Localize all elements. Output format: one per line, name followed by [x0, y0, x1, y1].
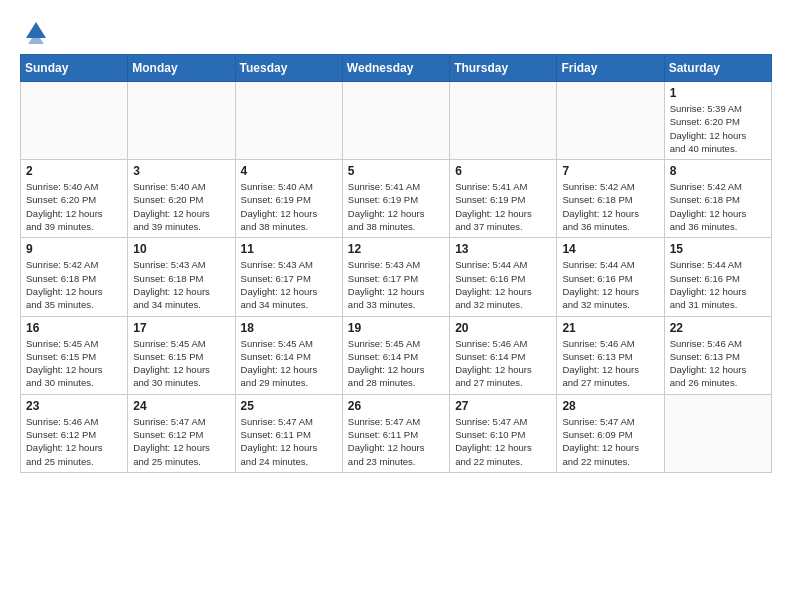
day-number: 27 [455, 399, 551, 413]
day-number: 17 [133, 321, 229, 335]
calendar-cell: 20Sunrise: 5:46 AM Sunset: 6:14 PM Dayli… [450, 316, 557, 394]
weekday-saturday: Saturday [664, 55, 771, 82]
day-number: 16 [26, 321, 122, 335]
calendar-cell: 18Sunrise: 5:45 AM Sunset: 6:14 PM Dayli… [235, 316, 342, 394]
day-number: 13 [455, 242, 551, 256]
header [20, 16, 772, 44]
weekday-wednesday: Wednesday [342, 55, 449, 82]
calendar-cell: 27Sunrise: 5:47 AM Sunset: 6:10 PM Dayli… [450, 394, 557, 472]
week-row-5: 23Sunrise: 5:46 AM Sunset: 6:12 PM Dayli… [21, 394, 772, 472]
svg-marker-1 [28, 38, 44, 44]
weekday-header-row: SundayMondayTuesdayWednesdayThursdayFrid… [21, 55, 772, 82]
week-row-3: 9Sunrise: 5:42 AM Sunset: 6:18 PM Daylig… [21, 238, 772, 316]
day-number: 8 [670, 164, 766, 178]
day-detail: Sunrise: 5:44 AM Sunset: 6:16 PM Dayligh… [670, 258, 766, 311]
calendar-cell: 25Sunrise: 5:47 AM Sunset: 6:11 PM Dayli… [235, 394, 342, 472]
calendar-cell: 14Sunrise: 5:44 AM Sunset: 6:16 PM Dayli… [557, 238, 664, 316]
day-detail: Sunrise: 5:39 AM Sunset: 6:20 PM Dayligh… [670, 102, 766, 155]
weekday-tuesday: Tuesday [235, 55, 342, 82]
day-number: 9 [26, 242, 122, 256]
day-number: 7 [562, 164, 658, 178]
day-detail: Sunrise: 5:44 AM Sunset: 6:16 PM Dayligh… [562, 258, 658, 311]
calendar-cell [21, 82, 128, 160]
calendar-cell: 2Sunrise: 5:40 AM Sunset: 6:20 PM Daylig… [21, 160, 128, 238]
day-detail: Sunrise: 5:46 AM Sunset: 6:14 PM Dayligh… [455, 337, 551, 390]
day-detail: Sunrise: 5:47 AM Sunset: 6:10 PM Dayligh… [455, 415, 551, 468]
calendar-cell: 15Sunrise: 5:44 AM Sunset: 6:16 PM Dayli… [664, 238, 771, 316]
calendar-cell [450, 82, 557, 160]
calendar-cell: 11Sunrise: 5:43 AM Sunset: 6:17 PM Dayli… [235, 238, 342, 316]
week-row-1: 1Sunrise: 5:39 AM Sunset: 6:20 PM Daylig… [21, 82, 772, 160]
weekday-friday: Friday [557, 55, 664, 82]
calendar-cell: 26Sunrise: 5:47 AM Sunset: 6:11 PM Dayli… [342, 394, 449, 472]
day-detail: Sunrise: 5:42 AM Sunset: 6:18 PM Dayligh… [562, 180, 658, 233]
day-number: 18 [241, 321, 337, 335]
calendar-cell: 10Sunrise: 5:43 AM Sunset: 6:18 PM Dayli… [128, 238, 235, 316]
week-row-2: 2Sunrise: 5:40 AM Sunset: 6:20 PM Daylig… [21, 160, 772, 238]
calendar-cell: 7Sunrise: 5:42 AM Sunset: 6:18 PM Daylig… [557, 160, 664, 238]
logo-icon [22, 16, 50, 44]
day-detail: Sunrise: 5:42 AM Sunset: 6:18 PM Dayligh… [670, 180, 766, 233]
day-detail: Sunrise: 5:45 AM Sunset: 6:14 PM Dayligh… [241, 337, 337, 390]
day-detail: Sunrise: 5:45 AM Sunset: 6:15 PM Dayligh… [26, 337, 122, 390]
calendar-cell [557, 82, 664, 160]
calendar-cell: 13Sunrise: 5:44 AM Sunset: 6:16 PM Dayli… [450, 238, 557, 316]
calendar-cell: 1Sunrise: 5:39 AM Sunset: 6:20 PM Daylig… [664, 82, 771, 160]
day-detail: Sunrise: 5:47 AM Sunset: 6:12 PM Dayligh… [133, 415, 229, 468]
day-detail: Sunrise: 5:43 AM Sunset: 6:17 PM Dayligh… [348, 258, 444, 311]
calendar-cell: 22Sunrise: 5:46 AM Sunset: 6:13 PM Dayli… [664, 316, 771, 394]
day-number: 28 [562, 399, 658, 413]
day-number: 14 [562, 242, 658, 256]
day-detail: Sunrise: 5:45 AM Sunset: 6:15 PM Dayligh… [133, 337, 229, 390]
calendar-cell: 9Sunrise: 5:42 AM Sunset: 6:18 PM Daylig… [21, 238, 128, 316]
calendar-cell: 6Sunrise: 5:41 AM Sunset: 6:19 PM Daylig… [450, 160, 557, 238]
day-number: 23 [26, 399, 122, 413]
day-number: 22 [670, 321, 766, 335]
calendar-cell: 24Sunrise: 5:47 AM Sunset: 6:12 PM Dayli… [128, 394, 235, 472]
calendar-cell: 8Sunrise: 5:42 AM Sunset: 6:18 PM Daylig… [664, 160, 771, 238]
day-detail: Sunrise: 5:47 AM Sunset: 6:11 PM Dayligh… [241, 415, 337, 468]
weekday-monday: Monday [128, 55, 235, 82]
day-detail: Sunrise: 5:41 AM Sunset: 6:19 PM Dayligh… [455, 180, 551, 233]
calendar-cell [664, 394, 771, 472]
calendar-table: SundayMondayTuesdayWednesdayThursdayFrid… [20, 54, 772, 473]
calendar-cell: 19Sunrise: 5:45 AM Sunset: 6:14 PM Dayli… [342, 316, 449, 394]
logo [20, 16, 50, 44]
day-detail: Sunrise: 5:47 AM Sunset: 6:09 PM Dayligh… [562, 415, 658, 468]
day-number: 25 [241, 399, 337, 413]
week-row-4: 16Sunrise: 5:45 AM Sunset: 6:15 PM Dayli… [21, 316, 772, 394]
day-detail: Sunrise: 5:40 AM Sunset: 6:19 PM Dayligh… [241, 180, 337, 233]
day-detail: Sunrise: 5:41 AM Sunset: 6:19 PM Dayligh… [348, 180, 444, 233]
day-number: 24 [133, 399, 229, 413]
calendar-cell: 17Sunrise: 5:45 AM Sunset: 6:15 PM Dayli… [128, 316, 235, 394]
day-number: 26 [348, 399, 444, 413]
day-number: 4 [241, 164, 337, 178]
day-number: 11 [241, 242, 337, 256]
day-detail: Sunrise: 5:44 AM Sunset: 6:16 PM Dayligh… [455, 258, 551, 311]
calendar-cell [342, 82, 449, 160]
calendar-cell: 23Sunrise: 5:46 AM Sunset: 6:12 PM Dayli… [21, 394, 128, 472]
day-detail: Sunrise: 5:47 AM Sunset: 6:11 PM Dayligh… [348, 415, 444, 468]
day-detail: Sunrise: 5:40 AM Sunset: 6:20 PM Dayligh… [26, 180, 122, 233]
day-number: 21 [562, 321, 658, 335]
day-number: 15 [670, 242, 766, 256]
calendar-cell: 21Sunrise: 5:46 AM Sunset: 6:13 PM Dayli… [557, 316, 664, 394]
day-number: 5 [348, 164, 444, 178]
weekday-thursday: Thursday [450, 55, 557, 82]
calendar-cell: 3Sunrise: 5:40 AM Sunset: 6:20 PM Daylig… [128, 160, 235, 238]
day-detail: Sunrise: 5:45 AM Sunset: 6:14 PM Dayligh… [348, 337, 444, 390]
day-number: 20 [455, 321, 551, 335]
day-number: 10 [133, 242, 229, 256]
calendar-cell [128, 82, 235, 160]
day-detail: Sunrise: 5:40 AM Sunset: 6:20 PM Dayligh… [133, 180, 229, 233]
day-number: 6 [455, 164, 551, 178]
svg-marker-0 [26, 22, 46, 38]
day-detail: Sunrise: 5:46 AM Sunset: 6:13 PM Dayligh… [562, 337, 658, 390]
day-detail: Sunrise: 5:46 AM Sunset: 6:13 PM Dayligh… [670, 337, 766, 390]
day-number: 2 [26, 164, 122, 178]
day-detail: Sunrise: 5:42 AM Sunset: 6:18 PM Dayligh… [26, 258, 122, 311]
page: SundayMondayTuesdayWednesdayThursdayFrid… [0, 0, 792, 493]
calendar-cell: 4Sunrise: 5:40 AM Sunset: 6:19 PM Daylig… [235, 160, 342, 238]
calendar-cell: 28Sunrise: 5:47 AM Sunset: 6:09 PM Dayli… [557, 394, 664, 472]
calendar-cell: 5Sunrise: 5:41 AM Sunset: 6:19 PM Daylig… [342, 160, 449, 238]
